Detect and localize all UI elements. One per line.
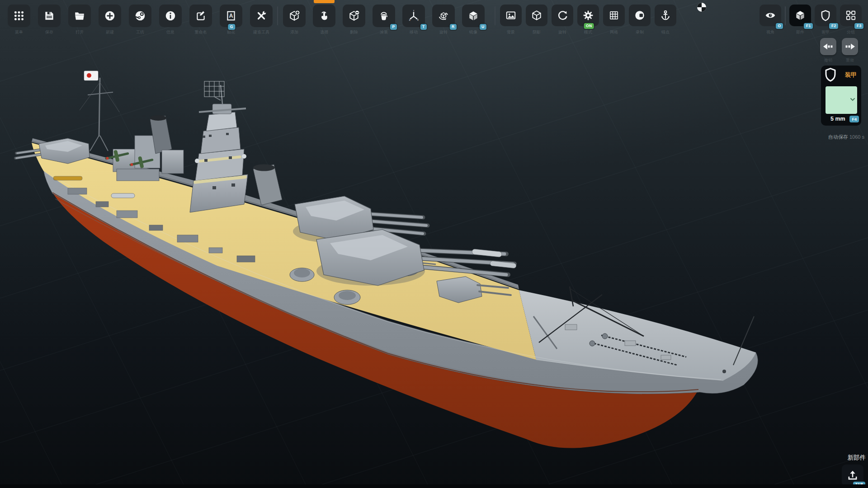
pagoda-tower bbox=[190, 81, 248, 212]
undo-button[interactable]: 撤销 bbox=[820, 38, 836, 55]
toolbar-separator bbox=[277, 6, 278, 25]
toolbar-separator bbox=[785, 6, 786, 25]
toolbar-separator bbox=[495, 6, 495, 25]
decal-a-button[interactable]: AG贴花 bbox=[220, 5, 242, 27]
new-plus-icon bbox=[104, 10, 116, 22]
auto-rotate-button[interactable]: 旋转 bbox=[552, 5, 573, 26]
record-icon bbox=[634, 9, 646, 21]
cube-solid-button[interactable]: U镜像 bbox=[462, 5, 485, 27]
ship-model-render bbox=[0, 0, 868, 488]
shield-icon bbox=[824, 67, 837, 84]
undo-arrow-icon bbox=[823, 43, 833, 50]
paint-bucket-button[interactable]: P涂装 bbox=[373, 5, 395, 27]
hotkey-badge: T bbox=[420, 24, 427, 30]
autosave-status: 自动保存 1060 s bbox=[828, 134, 864, 141]
hotkey-badge: ON bbox=[584, 23, 594, 29]
hand-select-icon bbox=[318, 10, 330, 22]
new-plus-button[interactable]: 新建 bbox=[99, 5, 121, 27]
autosave-label: 自动保存 bbox=[828, 134, 848, 140]
folder-open-button[interactable]: 打开 bbox=[68, 5, 91, 27]
eye-button[interactable]: O视角 bbox=[760, 5, 781, 26]
apps-menu-icon bbox=[13, 10, 25, 22]
cube-outline-icon bbox=[531, 9, 542, 21]
viewport-3d-scene[interactable] bbox=[0, 0, 868, 488]
toolbar-group-modes: O视角F1部件F2装甲F3分组 bbox=[760, 5, 862, 26]
anchor-icon bbox=[660, 9, 671, 21]
edit-button[interactable]: 重命名 bbox=[189, 5, 212, 27]
bottom-strip bbox=[0, 484, 868, 488]
cube-solid-icon bbox=[467, 10, 479, 22]
armor-material-swatch[interactable] bbox=[826, 86, 857, 114]
anchor-button[interactable]: 锚点 bbox=[655, 5, 676, 26]
armor-thickness-value: 5 mm bbox=[830, 116, 845, 122]
grid-button[interactable]: 网格 bbox=[603, 5, 625, 26]
svg-text:X: X bbox=[417, 19, 419, 21]
redo-label: 重做 bbox=[846, 57, 854, 63]
tools-icon bbox=[255, 10, 267, 22]
hotkey-badge: U bbox=[480, 24, 486, 30]
apps-menu-button[interactable]: 菜单 bbox=[8, 5, 30, 27]
background-image-icon bbox=[505, 9, 517, 21]
steam-icon bbox=[134, 10, 146, 22]
cube-outline-button[interactable]: 阴影 bbox=[526, 5, 547, 26]
tools-button[interactable]: 建造工具 bbox=[250, 5, 273, 27]
auto-rotate-icon bbox=[557, 9, 568, 21]
cube-remove-icon bbox=[348, 10, 360, 22]
history-controls: 撤销 重做 bbox=[820, 38, 858, 55]
cube-solid-icon bbox=[794, 9, 806, 21]
record-button[interactable]: 录制 bbox=[629, 5, 651, 26]
cube-rotate-button[interactable]: R旋转 bbox=[432, 5, 455, 27]
svg-text:Y: Y bbox=[413, 10, 415, 12]
redo-button[interactable]: 重做 bbox=[842, 38, 858, 55]
hotkey-badge: F2 bbox=[829, 23, 838, 29]
cube-solid-button[interactable]: F1部件 bbox=[789, 5, 811, 26]
toolbar-group-edit: 添加选择 删除P涂装YZXT移动R旋转U镜像 bbox=[283, 5, 485, 27]
shield-icon bbox=[820, 9, 831, 21]
redo-arrow-icon bbox=[845, 43, 855, 50]
armor-panel: 装甲 5 mm F4 bbox=[821, 66, 861, 126]
background-image-button[interactable]: 背景 bbox=[500, 5, 522, 26]
cube-add-icon bbox=[288, 10, 300, 22]
active-tool-indicator bbox=[314, 0, 335, 3]
cube-add-button[interactable]: 添加 bbox=[283, 5, 306, 27]
pivot-indicator-icon bbox=[696, 2, 707, 13]
new-part-button[interactable]: TAB bbox=[842, 465, 863, 486]
axis-move-button[interactable]: YZXT移动 bbox=[402, 5, 425, 27]
gear-button[interactable]: ON模式 bbox=[577, 5, 599, 26]
ship-boats bbox=[472, 249, 517, 268]
aft-superstructure bbox=[104, 115, 184, 181]
hotkey-badge: R bbox=[450, 24, 457, 30]
axis-move-icon: YZX bbox=[408, 10, 420, 22]
svg-text:A: A bbox=[229, 13, 233, 19]
parts-grid-button[interactable]: F3分组 bbox=[840, 5, 862, 26]
hotkey-badge: F3 bbox=[854, 23, 863, 29]
armor-hotkey-badge: F4 bbox=[849, 116, 859, 122]
folder-open-icon bbox=[74, 10, 85, 22]
save-button[interactable]: 保存 bbox=[38, 5, 61, 27]
hand-select-button[interactable]: 选择 bbox=[313, 5, 335, 27]
cube-rotate-icon bbox=[438, 10, 449, 22]
toolbar-group-view: 背景 阴影旋转ON模式网格录制锚点 bbox=[500, 5, 676, 26]
hotkey-badge: F1 bbox=[804, 23, 813, 29]
parts-grid-icon bbox=[845, 9, 857, 21]
paint-bucket-icon bbox=[378, 10, 390, 22]
chevron-down-icon bbox=[850, 97, 855, 102]
steam-button[interactable]: 工坊 bbox=[129, 5, 151, 27]
grid-icon bbox=[608, 9, 620, 21]
decal-a-icon: A bbox=[225, 10, 237, 22]
info-icon bbox=[165, 10, 176, 22]
cube-remove-button[interactable]: 删除 bbox=[343, 5, 365, 27]
hotkey-badge: G bbox=[228, 24, 235, 30]
eye-icon bbox=[764, 9, 776, 21]
shield-button[interactable]: F2装甲 bbox=[815, 5, 836, 26]
aft-mast bbox=[80, 71, 119, 151]
autosave-value: 1060 s bbox=[849, 134, 864, 140]
undo-label: 撤销 bbox=[824, 57, 832, 63]
new-part-label: 新部件 bbox=[848, 454, 866, 462]
toolbar-group-file: 菜单保存打开新建工坊信息重命名AG贴花建造工具 bbox=[8, 5, 273, 27]
info-button[interactable]: 信息 bbox=[159, 5, 182, 27]
upload-arrow-icon bbox=[847, 469, 859, 481]
hotkey-badge: P bbox=[390, 24, 397, 30]
edit-icon bbox=[195, 10, 207, 22]
gear-icon bbox=[582, 9, 594, 21]
